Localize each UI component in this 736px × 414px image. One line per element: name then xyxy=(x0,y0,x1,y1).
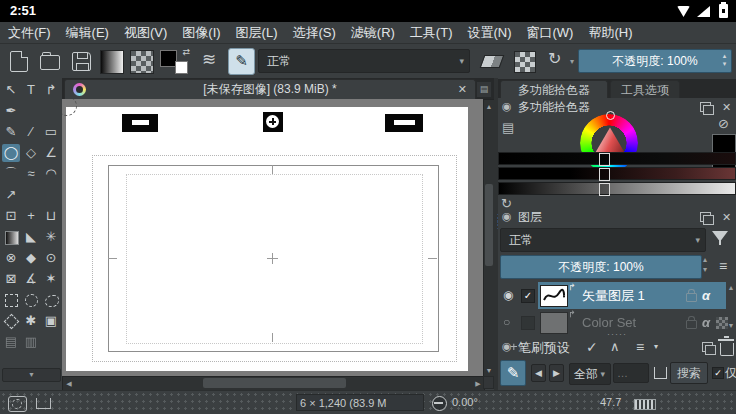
lock-icon[interactable] xyxy=(686,320,697,329)
close-docker-icon[interactable]: ✕ xyxy=(722,210,731,224)
vertical-scroll-thumb[interactable] xyxy=(485,184,493,266)
opacity-spinner[interactable]: ▴ ▾ xyxy=(720,52,729,68)
float-docker-icon[interactable] xyxy=(700,102,711,112)
layer-filter-icon[interactable] xyxy=(712,231,728,245)
layer-scroll-down-icon[interactable]: ▼ xyxy=(726,322,736,329)
menu-file[interactable]: 文件(F) xyxy=(8,24,51,42)
tab-tool-options[interactable]: 工具选项 xyxy=(610,80,680,98)
measure-tool-icon[interactable]: ∡ xyxy=(22,270,40,288)
layer-options-icon[interactable]: ≡ xyxy=(719,258,727,274)
alpha-icon[interactable]: α xyxy=(702,288,710,303)
scroll-left-icon[interactable]: ◀ xyxy=(64,378,74,389)
menu-layer[interactable]: 图层(L) xyxy=(236,24,278,42)
float-docker-icon[interactable] xyxy=(700,212,711,222)
layer-checkbox[interactable]: ✓ xyxy=(521,289,535,303)
pattern-chooser[interactable] xyxy=(130,50,154,74)
gradient-tool-icon[interactable] xyxy=(2,228,20,246)
arc-tool-icon[interactable]: ◠ xyxy=(42,165,60,183)
rect-select-tool-icon[interactable] xyxy=(2,291,20,309)
color-sampler-tool-icon[interactable]: ◣ xyxy=(22,228,40,246)
dynamic-brush-tool-icon[interactable]: ↗ xyxy=(2,186,20,204)
no-color-icon[interactable]: ⊘ xyxy=(718,116,729,131)
ellipse-select-tool-icon[interactable] xyxy=(22,291,40,309)
only-current-checkbox[interactable]: ✓ xyxy=(712,367,724,379)
open-document-icon[interactable] xyxy=(40,55,60,70)
preserve-alpha-icon[interactable] xyxy=(514,51,536,73)
picker-settings-icon[interactable]: ▤ xyxy=(502,120,514,136)
line-tool-icon[interactable]: ∕ xyxy=(22,123,40,141)
opacity-slider[interactable]: 不透明度: 100% ▴ ▾ xyxy=(578,49,732,73)
collapse-icon[interactable]: ∧ xyxy=(610,339,620,354)
layer-opacity-slider[interactable]: 不透明度: 100% xyxy=(500,255,702,279)
scroll-right-icon[interactable]: ▶ xyxy=(473,378,483,389)
slider-handle[interactable] xyxy=(599,153,610,166)
float-docker-icon[interactable] xyxy=(702,342,713,352)
visibility-eye-icon[interactable]: ◉ xyxy=(503,288,513,302)
tab-close-icon[interactable]: ✕ xyxy=(458,80,467,99)
save-icon[interactable] xyxy=(72,52,91,71)
layer-properties-icon[interactable]: ≡ xyxy=(636,339,644,355)
transform-tool-icon[interactable]: ⊡ xyxy=(2,207,20,225)
docker-drag-handle[interactable]: ····· xyxy=(498,332,736,337)
layer-blend-mode-dropdown[interactable]: 正常 ▾ xyxy=(500,228,706,252)
blend-mode-dropdown[interactable]: 正常 ▾ xyxy=(258,49,470,73)
eraser-mode-icon[interactable] xyxy=(480,55,505,68)
crop-tool-icon[interactable]: ⊔ xyxy=(42,207,60,225)
scroll-down-icon[interactable]: ▼ xyxy=(484,365,494,376)
current-brush-preset-button[interactable]: ✎ xyxy=(500,360,526,386)
menu-help[interactable]: 帮助(H) xyxy=(588,24,632,42)
tabbar-corner-button[interactable]: ▤ xyxy=(476,81,492,98)
prev-preset-button[interactable]: ◀ xyxy=(531,364,546,382)
freehand-brush-tool-icon[interactable]: ✎ xyxy=(2,123,20,141)
color-slider-3[interactable] xyxy=(498,182,736,195)
polygon-select-tool-icon[interactable] xyxy=(2,312,20,330)
fill-tool-icon[interactable]: ◆ xyxy=(22,249,40,267)
next-preset-button[interactable]: ▶ xyxy=(549,364,564,382)
move-tool-icon[interactable]: + xyxy=(22,207,40,225)
layer-row-vector[interactable]: ◉ ✓ ↱ 矢量图层 1 α xyxy=(498,282,726,309)
reload-preset-icon[interactable]: ↻ xyxy=(548,49,561,68)
text-tool-icon[interactable]: T xyxy=(22,81,40,99)
new-document-icon[interactable] xyxy=(10,51,28,72)
menu-edit[interactable]: 编辑(E) xyxy=(66,24,109,42)
bezier-curve-tool-icon[interactable]: ⌒ xyxy=(2,165,20,183)
gradient-chooser[interactable] xyxy=(100,50,124,74)
extra-tool-icon[interactable]: ▤ xyxy=(2,333,20,351)
layer-scroll-up-icon[interactable]: ▲ xyxy=(726,284,736,291)
multibrush-tool-icon[interactable]: ⊗ xyxy=(2,249,20,267)
calligraphy-tool-icon[interactable]: ✒ xyxy=(2,102,20,120)
layer-checkbox[interactable] xyxy=(521,316,535,330)
select-shapes-tool-icon[interactable]: ↖ xyxy=(2,81,20,99)
canvas-rotation-icon[interactable] xyxy=(432,396,447,411)
menu-window[interactable]: 窗口(W) xyxy=(527,24,574,42)
scroll-up-icon[interactable]: ▲ xyxy=(484,101,494,112)
edit-shapes-tool-icon[interactable]: ↱ xyxy=(42,81,60,99)
brush-presets-icon[interactable]: ≋ xyxy=(202,49,216,70)
polyline-tool-icon[interactable]: ∠ xyxy=(42,144,60,162)
similar-color-select-tool-icon[interactable]: ✱ xyxy=(22,312,40,330)
menu-tools[interactable]: 工具(T) xyxy=(410,24,453,42)
canvas-mode-icon[interactable] xyxy=(36,398,51,409)
document-tab[interactable]: [未保存图像] (83.9 MiB) * ✕ xyxy=(64,79,476,100)
tab-advanced-color-selector[interactable]: 多功能拾色器 xyxy=(500,80,608,98)
apply-check-icon[interactable]: ✓ xyxy=(586,339,598,355)
pattern-tool-icon[interactable]: ✳ xyxy=(42,228,60,246)
menu-view[interactable]: 视图(V) xyxy=(124,24,167,42)
horizontal-scrollbar[interactable]: ◀ ▶ xyxy=(62,376,485,391)
menu-settings[interactable]: 设置(N) xyxy=(467,24,511,42)
color-slider-2[interactable] xyxy=(498,167,736,180)
search-button[interactable]: 搜索 xyxy=(670,362,708,384)
delete-layer-icon[interactable] xyxy=(720,343,734,356)
canvas-viewport[interactable] xyxy=(62,99,483,376)
close-docker-icon[interactable]: ✕ xyxy=(722,100,731,114)
color-slider-1[interactable] xyxy=(498,152,736,165)
reload-dropdown-icon[interactable]: ▾ xyxy=(570,57,574,66)
enclose-fill-tool-icon[interactable]: ⊙ xyxy=(42,249,60,267)
alpha-icon[interactable]: α xyxy=(702,315,710,330)
slider-handle[interactable] xyxy=(599,183,610,196)
edit-brush-settings-button[interactable]: ✎ xyxy=(228,48,255,75)
zoom-tool-icon[interactable]: ▣ xyxy=(42,312,60,330)
visibility-eye-icon[interactable]: ○ xyxy=(503,315,510,329)
menu-select[interactable]: 选择(S) xyxy=(292,24,335,42)
lock-icon[interactable] xyxy=(686,293,697,302)
